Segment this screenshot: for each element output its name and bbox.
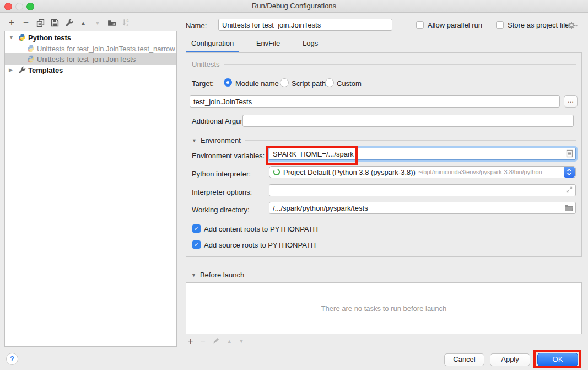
tree-item-test-narrow[interactable]: Unittests for test_join.JoinTests.test_n… [5, 43, 176, 54]
conda-env-icon [273, 168, 280, 176]
group-divider [224, 64, 576, 65]
add-configuration-icon[interactable]: + [7, 18, 17, 28]
tab-logs[interactable]: Logs [297, 37, 323, 51]
environment-collapse-icon[interactable]: ▼ [192, 138, 197, 143]
browse-folder-icon[interactable] [564, 204, 573, 213]
interpreter-value: Project Default (Python 3.8 (pyspark-3.8… [283, 168, 416, 176]
add-task-icon[interactable]: + [188, 336, 193, 346]
tab-envfile[interactable]: EnvFile [251, 37, 285, 51]
python-interpreter-select[interactable]: Project Default (Python 3.8 (pyspark-3.8… [269, 166, 576, 178]
gear-icon[interactable] [567, 20, 579, 31]
before-launch-header: ▼ Before launch [191, 271, 582, 279]
allow-parallel-run-checkbox[interactable] [416, 21, 424, 29]
new-folder-icon[interactable] [107, 18, 117, 28]
edit-variables-icon[interactable] [566, 149, 573, 159]
allow-parallel-run-label: Allow parallel run [428, 21, 482, 29]
environment-group-header: ▼ Environment [192, 136, 576, 144]
target-script-path-radio[interactable] [280, 78, 289, 87]
interpreter-path: ~/opt/miniconda3/envs/pyspark-3.8/bin/py… [418, 169, 542, 175]
task-move-down-icon: ▼ [239, 339, 244, 344]
add-content-roots-checkbox[interactable]: ✓ [192, 224, 201, 233]
move-down-icon: ▼ [93, 18, 103, 28]
target-module-name-radio[interactable] [224, 78, 232, 87]
add-content-roots-label: Add content roots to PYTHONPATH [204, 225, 318, 233]
expand-field-icon[interactable] [565, 186, 573, 195]
tree-item-jointests-selected[interactable]: Unittests for test_join.JoinTests [5, 53, 176, 65]
cancel-button[interactable]: Cancel [444, 353, 484, 366]
working-directory-label: Working directory: [192, 206, 250, 214]
tree-item-python-tests[interactable]: ▼ Python tests [5, 32, 176, 43]
annotation-highlight-env-vars [266, 146, 358, 165]
tree-item-label: Unittests for test_join.JoinTests [37, 55, 136, 63]
interpreter-options-field-wrap [269, 184, 576, 196]
python-test-icon [27, 55, 35, 63]
run-debug-configurations-dialog: Run/Debug Configurations + − ▲ ▼ az ▼ Py… [0, 0, 588, 370]
interpreter-options-label: Interpreter options: [192, 188, 252, 196]
working-directory-field-wrap [269, 202, 576, 214]
svg-text:z: z [127, 23, 129, 26]
store-as-project-file-checkbox[interactable] [496, 21, 504, 29]
task-move-up-icon: ▲ [227, 339, 232, 344]
target-custom-radio[interactable] [325, 78, 334, 87]
footer-divider [0, 347, 588, 347]
module-name-input[interactable] [190, 95, 560, 108]
annotation-highlight-ok-button [533, 350, 581, 368]
additional-arguments-input[interactable] [242, 115, 574, 127]
tree-item-templates[interactable]: ▶ Templates [5, 65, 176, 76]
expand-caret-icon[interactable]: ▶ [9, 67, 13, 73]
tree-item-label: Unittests for test_join.JoinTests.test_n… [37, 45, 175, 53]
tab-bar: Configuration EnvFile Logs [186, 37, 323, 50]
before-launch-collapse-icon[interactable]: ▼ [191, 272, 196, 278]
svg-text:a: a [127, 18, 129, 22]
tree-item-label: Templates [28, 66, 63, 74]
python-test-icon [27, 45, 35, 52]
move-up-icon[interactable]: ▲ [78, 18, 88, 28]
before-launch-task-list: There are no tasks to run before launch [186, 282, 582, 334]
tab-configuration[interactable]: Configuration [186, 37, 239, 51]
target-script-path-label: Script path [292, 79, 326, 88]
remove-task-icon: − [200, 336, 205, 346]
python-interpreter-label: Python interpreter: [192, 170, 251, 178]
window-title: Run/Debug Configurations [0, 0, 588, 12]
templates-wrench-icon [18, 66, 26, 74]
edit-templates-icon[interactable] [64, 18, 74, 28]
add-source-roots-label: Add source roots to PYTHONPATH [204, 241, 316, 249]
collapse-caret-icon[interactable]: ▼ [9, 35, 14, 40]
help-button[interactable]: ? [6, 353, 18, 365]
tree-item-label: Python tests [28, 34, 71, 42]
target-module-name-label: Module name [235, 79, 279, 88]
name-input[interactable] [218, 19, 392, 31]
save-configuration-icon[interactable] [50, 18, 60, 28]
configuration-panel: Unittests Target: Module name Script pat… [186, 52, 582, 257]
configurations-tree: ▼ Python tests Unittests for test_join.J… [4, 31, 177, 347]
sort-configurations-icon: az [121, 18, 131, 28]
environment-variables-label: Environment variables: [192, 152, 265, 160]
unittests-group-title: Unittests [192, 60, 220, 68]
group-divider [245, 140, 576, 141]
before-launch-title: Before launch [200, 271, 244, 279]
unittests-group-header: Unittests [192, 60, 576, 68]
copy-configuration-icon[interactable] [35, 18, 45, 28]
environment-group-title: Environment [201, 136, 241, 144]
browse-module-button[interactable]: ... [564, 95, 578, 108]
python-tests-icon [18, 34, 26, 41]
interpreter-options-input[interactable] [269, 184, 576, 196]
before-launch-empty-message: There are no tasks to run before launch [321, 304, 447, 313]
group-divider [248, 275, 582, 275]
name-label: Name: [186, 22, 207, 30]
before-launch-toolbar: + − ▲ ▼ [188, 336, 244, 346]
combo-stepper-icon[interactable] [564, 167, 575, 178]
remove-configuration-icon[interactable]: − [21, 18, 31, 28]
target-label: Target: [192, 79, 214, 88]
working-directory-input[interactable] [269, 202, 576, 214]
apply-button[interactable]: Apply [490, 353, 530, 366]
store-as-project-file-label: Store as project file [508, 21, 569, 29]
edit-task-icon [213, 337, 220, 346]
add-source-roots-checkbox[interactable]: ✓ [192, 240, 201, 249]
target-custom-label: Custom [337, 79, 362, 88]
